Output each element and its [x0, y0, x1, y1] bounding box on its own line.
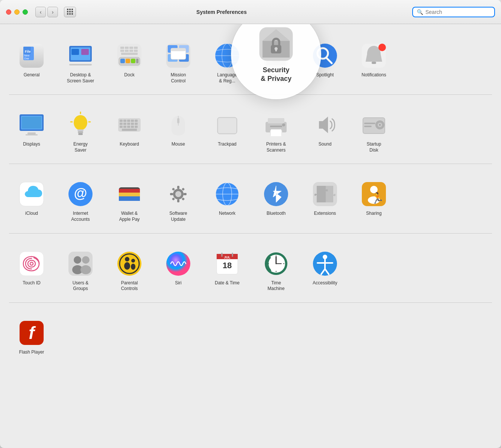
svg-rect-8: [71, 49, 79, 55]
svg-rect-113: [184, 193, 187, 195]
pref-parental-controls[interactable]: ParentalControls: [107, 247, 152, 295]
svg-point-138: [131, 259, 135, 263]
pref-bluetooth[interactable]: Bluetooth: [254, 178, 299, 225]
section-personal: File New One General: [9, 32, 492, 95]
desktop-screensaver-label: Desktop &Screen Saver: [67, 72, 94, 84]
network-icon: [214, 181, 241, 208]
notifications-label: Notifications: [361, 72, 386, 78]
svg-rect-22: [125, 50, 129, 52]
spotlight-label: Spotlight: [316, 72, 334, 78]
time-machine-label: TimeMachine: [267, 280, 284, 292]
section-internet: iCloud @ InternetAccounts: [9, 170, 492, 233]
svg-rect-80: [127, 126, 130, 128]
svg-rect-59: [26, 134, 38, 135]
pref-wallet-apple-pay[interactable]: Wallet &Apple Pay: [107, 178, 152, 225]
maximize-button[interactable]: [23, 9, 28, 15]
icloud-label: iCloud: [25, 211, 38, 217]
bluetooth-icon: [263, 181, 290, 208]
wallet-apple-pay-icon: [116, 181, 143, 208]
trackpad-label: Trackpad: [218, 141, 237, 147]
displays-icon: [18, 111, 45, 138]
pref-sound[interactable]: Sound: [302, 108, 348, 156]
svg-rect-82: [135, 126, 138, 128]
svg-point-49: [313, 44, 337, 68]
users-groups-label: Users &Groups: [73, 280, 89, 292]
svg-marker-94: [319, 117, 328, 133]
security-privacy-icon: [263, 42, 290, 69]
pref-extensions[interactable]: Extensions: [302, 178, 348, 225]
dock-label: Dock: [124, 72, 134, 78]
svg-text:🏃: 🏃: [371, 192, 384, 204]
displays-label: Displays: [23, 141, 40, 147]
pref-displays[interactable]: Displays: [9, 108, 54, 156]
pref-sharing[interactable]: 🏃 Sharing: [351, 178, 396, 225]
svg-text:New: New: [24, 54, 30, 57]
pref-siri[interactable]: Siri: [156, 247, 201, 295]
pref-mission-control[interactable]: MissionControl: [156, 39, 201, 87]
parental-controls-label: ParentalControls: [121, 280, 138, 292]
pref-spotlight[interactable]: Spotlight: [302, 39, 348, 87]
pref-time-machine[interactable]: TimeMachine: [254, 247, 299, 295]
svg-rect-92: [270, 126, 282, 127]
pref-keyboard[interactable]: Keyboard: [107, 108, 152, 156]
svg-point-99: [379, 124, 381, 126]
bluetooth-label: Bluetooth: [267, 211, 286, 217]
svg-marker-45: [263, 29, 290, 41]
mouse-label: Mouse: [172, 141, 185, 147]
pref-startup-disk[interactable]: StartupDisk: [351, 108, 396, 156]
sound-label: Sound: [319, 141, 332, 147]
date-time-label: Date & Time: [215, 280, 240, 286]
search-input[interactable]: [425, 9, 490, 15]
pref-desktop-screensaver[interactable]: Desktop &Screen Saver: [58, 39, 103, 87]
pref-touch-id[interactable]: Touch ID: [9, 247, 54, 295]
svg-rect-89: [268, 118, 284, 123]
svg-rect-83: [122, 129, 137, 131]
search-bar[interactable]: 🔍: [412, 7, 495, 17]
svg-rect-106: [119, 189, 140, 193]
svg-rect-75: [127, 123, 130, 125]
keyboard-icon: [116, 111, 143, 138]
pref-security-privacy[interactable]: Security& Privacy Security& Privacy: [254, 39, 299, 87]
svg-rect-15: [131, 59, 135, 63]
energy-saver-icon: [67, 111, 94, 138]
svg-point-136: [125, 257, 129, 261]
pref-internet-accounts[interactable]: @ InternetAccounts: [58, 178, 103, 225]
pref-energy-saver[interactable]: EnergySaver: [58, 108, 103, 156]
svg-rect-42: [276, 59, 277, 61]
svg-rect-21: [120, 50, 124, 52]
printers-scanners-label: Printers &Scanners: [266, 141, 286, 153]
pref-accessibility[interactable]: Accessibility: [302, 247, 348, 295]
sharing-icon: 🏃: [360, 181, 387, 208]
svg-rect-85: [177, 118, 179, 123]
svg-rect-53: [372, 62, 376, 64]
system-preferences-window: ‹ › System Preferences 🔍: [0, 0, 501, 448]
pref-network[interactable]: Network: [205, 178, 250, 225]
pref-flash-player[interactable]: f Flash Player: [9, 316, 54, 358]
svg-rect-20: [134, 47, 138, 49]
pref-trackpad[interactable]: Trackpad: [205, 108, 250, 156]
users-groups-icon: [67, 250, 94, 277]
energy-saver-label: EnergySaver: [73, 141, 88, 153]
mouse-icon: [165, 111, 192, 138]
pref-icloud[interactable]: iCloud: [9, 178, 54, 225]
svg-rect-100: [364, 123, 375, 124]
pref-software-update[interactable]: SoftwareUpdate: [156, 178, 201, 225]
pref-dock[interactable]: Dock: [107, 39, 152, 87]
language-region-label: Language& Reg...: [217, 72, 237, 84]
internet-grid: iCloud @ InternetAccounts: [9, 178, 492, 225]
pref-date-time[interactable]: JUL 18 Date & Time: [205, 247, 250, 295]
pref-users-groups[interactable]: Users &Groups: [58, 247, 103, 295]
pref-language-region[interactable]: Language& Reg...: [205, 39, 250, 87]
svg-rect-117: [172, 197, 175, 200]
svg-rect-24: [134, 50, 138, 52]
window-title: System Preferences: [35, 9, 408, 15]
pref-notifications[interactable]: Notifications: [351, 39, 396, 87]
traffic-lights: [6, 9, 28, 15]
close-button[interactable]: [6, 9, 11, 15]
pref-printers-scanners[interactable]: Printers &Scanners: [254, 108, 299, 156]
siri-label: Siri: [175, 280, 181, 286]
pref-general[interactable]: File New One General: [9, 39, 54, 87]
pref-mouse[interactable]: Mouse: [156, 108, 201, 156]
minimize-button[interactable]: [14, 9, 20, 15]
svg-rect-73: [120, 123, 123, 125]
